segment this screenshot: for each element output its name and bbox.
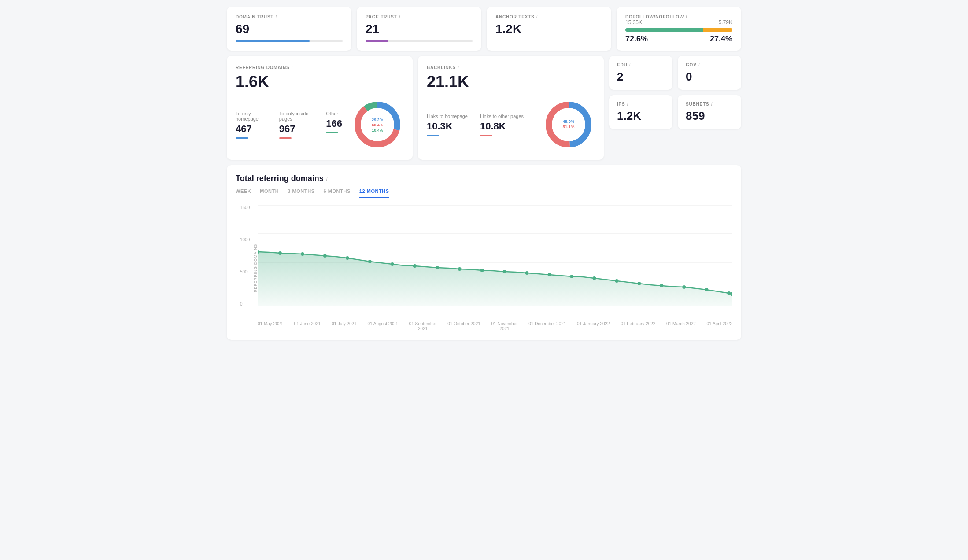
x-label-mar: 01 March 2022 <box>666 321 696 331</box>
domain-trust-progress <box>236 40 343 42</box>
domain-trust-card: DOMAIN TRUST i 69 <box>227 7 351 51</box>
edu-label: EDU i <box>617 62 665 67</box>
gov-info-icon: i <box>698 62 700 67</box>
y-tick-0: 0 <box>240 302 250 306</box>
chart-section: Total referring domains i WEEK MONTH 3 M… <box>227 165 741 340</box>
backlinks-label: BACKLINKS i <box>427 65 595 70</box>
tab-month[interactable]: MONTH <box>260 188 279 198</box>
x-label-dec: 01 December 2021 <box>528 321 566 331</box>
svg-point-21 <box>368 260 372 263</box>
svg-point-25 <box>458 267 462 271</box>
tab-12months[interactable]: 12 MONTHS <box>359 188 389 198</box>
ref-stat-other-value: 166 <box>326 118 342 129</box>
domain-trust-bar <box>236 40 310 42</box>
svg-text:29.2%: 29.2% <box>372 118 383 122</box>
backlinks-stat-other-label: Links to other pages <box>480 114 524 119</box>
ref-stat-inside: To only inside pages 967 <box>279 111 314 139</box>
ref-stat-other-label: Other <box>326 111 342 116</box>
backlinks-stat-homepage: Links to homepage 10.3K <box>427 114 468 136</box>
y-tick-1500: 1500 <box>240 205 250 210</box>
dofollow-nums: 15.35K 5.79K <box>625 19 732 26</box>
page-trust-info-icon: i <box>399 14 401 19</box>
edu-info-icon: i <box>629 62 631 67</box>
dofollow-label: DOFOLLOW/NOFOLLOW i <box>625 14 732 19</box>
chart-x-labels: 01 May 2021 01 June 2021 01 July 2021 01… <box>258 321 732 331</box>
backlinks-stat-other-dot <box>480 135 492 136</box>
edu-gov-row: EDU i 2 GOV i 0 <box>609 56 741 90</box>
ref-stat-homepage-dot <box>236 137 248 139</box>
tab-week[interactable]: WEEK <box>236 188 251 198</box>
svg-point-35 <box>682 285 686 289</box>
chart-area: 0 500 1000 1500 <box>258 205 732 320</box>
chart-y-label: REFERRING DOMAINS <box>253 244 258 292</box>
referring-domains-card: REFERRING DOMAINS i 1.6K To only homepag… <box>227 56 413 160</box>
svg-point-30 <box>570 275 574 278</box>
chart-tabs: WEEK MONTH 3 MONTHS 6 MONTHS 12 MONTHS <box>236 188 732 198</box>
y-tick-1000: 1000 <box>240 237 250 242</box>
svg-point-18 <box>301 252 304 256</box>
y-tick-500: 500 <box>240 269 250 274</box>
backlinks-value: 21.1K <box>427 73 595 91</box>
dofollow-right-pct: 27.4% <box>710 34 732 44</box>
tab-6months[interactable]: 6 MONTHS <box>324 188 351 198</box>
page-trust-label: PAGE TRUST i <box>366 14 473 19</box>
svg-point-33 <box>637 282 641 285</box>
ips-subnets-row: IPS i 1.2K SUBNETS i 859 <box>609 95 741 129</box>
ips-info-icon: i <box>627 101 629 107</box>
dofollow-left-pct: 72.6% <box>625 34 648 44</box>
dofollow-orange-bar <box>703 28 732 32</box>
x-label-jan: 01 January 2022 <box>577 321 610 331</box>
svg-point-29 <box>548 273 551 276</box>
referring-donut: 29.2% 60.4% 10.4% <box>351 98 404 151</box>
backlinks-stat-homepage-label: Links to homepage <box>427 114 468 119</box>
svg-text:51.1%: 51.1% <box>563 124 575 129</box>
anchor-texts-info-icon: i <box>536 14 538 19</box>
backlinks-stat-homepage-dot <box>427 135 439 136</box>
x-label-jun: 01 June 2021 <box>294 321 321 331</box>
page-trust-card: PAGE TRUST i 21 <box>357 7 481 51</box>
referring-domains-info-icon: i <box>292 65 293 70</box>
gov-value: 0 <box>686 70 733 84</box>
ref-stat-inside-value: 967 <box>279 123 314 135</box>
svg-text:60.4%: 60.4% <box>372 123 383 127</box>
dofollow-bar <box>625 28 732 32</box>
x-label-feb: 01 February 2022 <box>621 321 655 331</box>
svg-point-24 <box>436 266 439 269</box>
svg-text:48.9%: 48.9% <box>563 119 575 124</box>
svg-point-31 <box>592 276 596 280</box>
backlinks-stat-other: Links to other pages 10.8K <box>480 114 524 136</box>
ref-stat-homepage-value: 467 <box>236 123 267 135</box>
subnets-label: SUBNETS i <box>686 101 733 107</box>
ips-label: IPS i <box>617 101 665 107</box>
page-trust-bar <box>366 40 388 42</box>
chart-title: Total referring domains i <box>236 174 732 183</box>
referring-domains-label: REFERRING DOMAINS i <box>236 65 404 70</box>
tab-3months[interactable]: 3 MONTHS <box>288 188 314 198</box>
x-label-apr: 01 April 2022 <box>707 321 732 331</box>
svg-point-20 <box>346 256 349 260</box>
dofollow-percents: 72.6% 27.4% <box>625 34 732 44</box>
svg-point-23 <box>413 264 417 268</box>
edu-card: EDU i 2 <box>609 56 672 90</box>
dofollow-right-value: 5.79K <box>719 19 732 26</box>
domain-trust-info-icon: i <box>275 14 277 19</box>
chart-svg <box>258 205 732 320</box>
subnets-info-icon: i <box>711 101 713 107</box>
right-col: EDU i 2 GOV i 0 IPS <box>609 56 741 160</box>
svg-text:10.4%: 10.4% <box>372 128 383 133</box>
anchor-texts-value: 1.2K <box>495 22 602 36</box>
gov-label: GOV i <box>686 62 733 67</box>
dofollow-card: DOFOLLOW/NOFOLLOW i 15.35K 5.79K 72.6% 2… <box>617 7 741 51</box>
backlinks-donut: 48.9% 51.1% <box>542 98 595 151</box>
anchor-texts-label: ANCHOR TEXTS i <box>495 14 602 19</box>
page-trust-progress <box>366 40 473 42</box>
svg-point-17 <box>278 251 282 255</box>
page-trust-value: 21 <box>366 22 473 36</box>
dofollow-green-bar <box>625 28 703 32</box>
x-label-may: 01 May 2021 <box>258 321 283 331</box>
ips-value: 1.2K <box>617 109 665 123</box>
domain-trust-label: DOMAIN TRUST i <box>236 14 343 19</box>
svg-point-28 <box>525 271 529 275</box>
ref-stat-other-dot <box>326 132 338 133</box>
x-label-jul: 01 July 2021 <box>332 321 357 331</box>
